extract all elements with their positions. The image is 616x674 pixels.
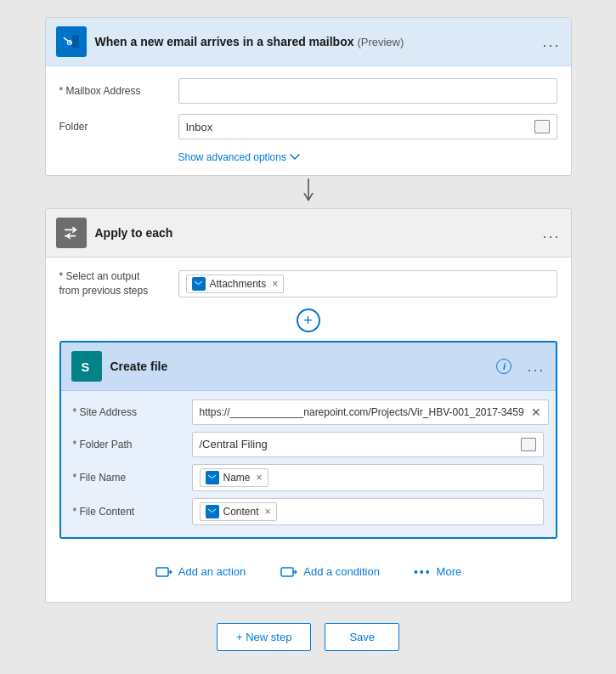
file-content-tag-label: Content xyxy=(223,506,259,518)
file-name-input[interactable]: Name × xyxy=(192,464,544,491)
attachments-tag-close[interactable]: × xyxy=(272,278,278,290)
select-output-row: * Select an output from previous steps A… xyxy=(59,269,557,298)
more-label: More xyxy=(437,565,462,578)
svg-rect-1 xyxy=(71,36,78,48)
svg-rect-4 xyxy=(195,280,202,286)
folder-path-row: * Folder Path /Central Filing xyxy=(73,432,544,457)
attachments-tag-label: Attachments xyxy=(210,278,267,290)
create-file-more-button[interactable]: ... xyxy=(527,359,545,374)
preview-badge: (Preview) xyxy=(357,36,404,48)
show-advanced-link[interactable]: Show advanced options xyxy=(178,151,300,163)
outlook-trigger-icon: O xyxy=(56,26,87,57)
create-file-info-button[interactable]: i xyxy=(496,359,511,374)
mailbox-row: * Mailbox Address xyxy=(59,78,557,104)
mailbox-input[interactable] xyxy=(178,78,557,104)
chevron-down-icon xyxy=(290,154,300,161)
trigger-title: When a new email arrives in a shared mai… xyxy=(95,35,534,48)
file-name-tag: Name × xyxy=(200,468,268,487)
mailbox-text-input[interactable] xyxy=(186,85,550,98)
save-button[interactable]: Save xyxy=(325,623,399,651)
file-content-outlook-icon xyxy=(206,505,219,518)
svg-rect-8 xyxy=(208,508,216,514)
file-content-input[interactable]: Content × xyxy=(192,498,544,525)
file-content-label: * File Content xyxy=(73,506,184,518)
apply-to-each-title: Apply to each xyxy=(95,226,534,240)
sharepoint-icon: S xyxy=(71,351,102,382)
page-actions: + New step Save xyxy=(217,623,399,651)
add-action-label: Add an action xyxy=(178,565,246,578)
file-name-tag-close[interactable]: × xyxy=(257,472,263,484)
file-name-tag-label: Name xyxy=(223,472,251,484)
folder-path-value: /Central Filing xyxy=(200,438,268,450)
site-address-value: https://_____________narepoint.com/Proje… xyxy=(200,406,524,418)
svg-rect-13 xyxy=(281,568,293,576)
folder-path-picker-icon[interactable] xyxy=(521,438,536,451)
add-condition-label: Add a condition xyxy=(303,565,380,578)
attachments-input[interactable]: Attachments × xyxy=(178,270,557,297)
mailbox-label: * Mailbox Address xyxy=(59,85,170,97)
apply-to-each-icon xyxy=(56,218,87,248)
file-name-label: * File Name xyxy=(73,472,184,484)
apply-to-each-body: * Select an output from previous steps A… xyxy=(46,258,571,602)
create-file-title: Create file xyxy=(110,360,489,373)
add-condition-button[interactable]: Add a condition xyxy=(273,559,387,585)
more-button[interactable]: ••• More xyxy=(407,562,468,582)
create-file-body: * Site Address https://_____________nare… xyxy=(61,391,556,537)
folder-input[interactable]: Inbox xyxy=(178,114,557,139)
file-name-outlook-icon xyxy=(206,471,219,484)
file-content-tag: Content × xyxy=(200,502,277,521)
file-name-row: * File Name Name × xyxy=(73,464,544,491)
advanced-options-row: Show advanced options xyxy=(59,150,557,163)
connector-arrow xyxy=(300,176,317,208)
trigger-more-button[interactable]: ... xyxy=(542,34,560,49)
plus-button-row: + xyxy=(59,309,557,332)
folder-label: Folder xyxy=(59,121,170,133)
add-action-icon xyxy=(155,563,173,581)
svg-text:S: S xyxy=(81,360,89,373)
create-file-card: S Create file i ... * Site Address https… xyxy=(59,341,557,539)
add-action-button[interactable]: Add an action xyxy=(148,559,253,585)
svg-rect-7 xyxy=(208,474,216,480)
new-step-button[interactable]: + New step xyxy=(217,623,311,651)
site-address-clear-button[interactable]: ✕ xyxy=(531,405,541,419)
add-step-plus-button[interactable]: + xyxy=(297,309,320,332)
site-address-row: * Site Address https://_____________nare… xyxy=(73,399,544,425)
trigger-card-body: * Mailbox Address Folder Inbox Show adva… xyxy=(46,66,571,175)
create-file-header: S Create file i ... xyxy=(61,343,556,391)
folder-path-input[interactable]: /Central Filing xyxy=(192,432,544,457)
trigger-card-header: O When a new email arrives in a shared m… xyxy=(46,18,571,66)
folder-row: Folder Inbox xyxy=(59,114,557,139)
apply-to-each-card: Apply to each ... * Select an output fro… xyxy=(45,208,572,603)
apply-card-actions: Add an action Add a condition ••• xyxy=(59,547,557,590)
attachments-tag: Attachments × xyxy=(186,275,285,293)
svg-rect-9 xyxy=(156,568,168,576)
site-address-input[interactable]: https://_____________narepoint.com/Proje… xyxy=(192,399,549,425)
file-content-tag-close[interactable]: × xyxy=(265,506,271,518)
outlook-tag-icon xyxy=(192,277,206,291)
apply-to-each-more-button[interactable]: ... xyxy=(542,225,560,241)
folder-path-label: * Folder Path xyxy=(73,439,184,450)
add-condition-icon xyxy=(280,563,298,581)
svg-text:O: O xyxy=(66,39,72,47)
folder-picker-icon[interactable] xyxy=(534,120,550,133)
more-dots-label: ••• xyxy=(414,565,432,579)
site-address-label: * Site Address xyxy=(73,406,184,418)
folder-value: Inbox xyxy=(186,121,213,133)
file-content-row: * File Content Content × xyxy=(73,498,544,525)
apply-to-each-header: Apply to each ... xyxy=(46,209,571,258)
trigger-card: O When a new email arrives in a shared m… xyxy=(45,17,572,176)
select-output-label: * Select an output from previous steps xyxy=(59,269,170,298)
